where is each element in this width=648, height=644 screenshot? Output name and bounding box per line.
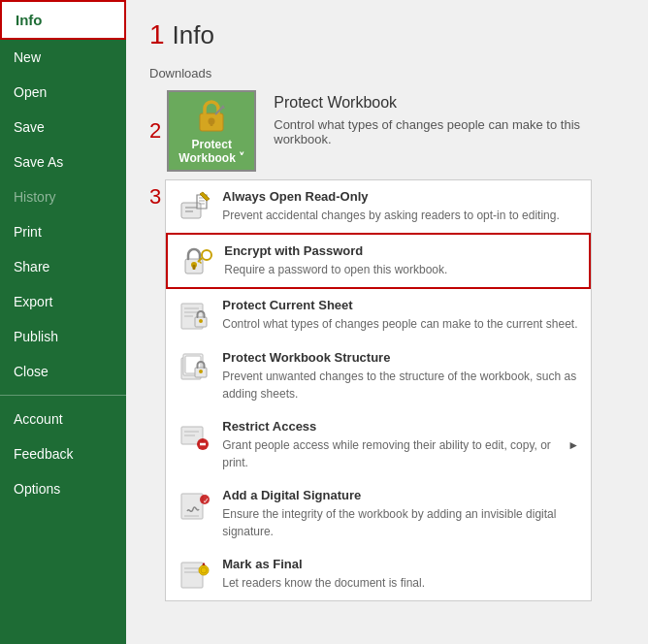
sidebar-item-feedback[interactable]: Feedback — [0, 436, 126, 471]
pencil-shield-icon — [178, 189, 212, 224]
sidebar-item-close[interactable]: Close — [0, 354, 126, 389]
protect-desc-text: Control what types of changes people can… — [274, 117, 584, 146]
restrict-icon — [178, 419, 212, 454]
menu-item-always-open-read-only-desc: Prevent accidental changes by asking rea… — [222, 209, 560, 222]
sidebar-item-account[interactable]: Account — [0, 402, 126, 436]
menu-item-encrypt-with-password-text: Encrypt with Password Require a password… — [224, 243, 577, 277]
sidebar-item-options[interactable]: Options — [0, 471, 126, 506]
main-content: 1 Info Downloads 2 ProtectWorkbook ˅ — [126, 0, 648, 644]
sheet-lock-icon — [178, 298, 212, 333]
menu-item-encrypt-with-password-desc: Require a password to open this workbook… — [224, 263, 447, 276]
svg-rect-2 — [211, 121, 213, 126]
sidebar-item-history: History — [0, 179, 126, 214]
dropdown-wrapper: 3 Always Open Read-Only — [149, 176, 625, 601]
menu-item-always-open-read-only[interactable]: Always Open Read-Only Prevent accidental… — [166, 180, 591, 233]
menu-item-protect-workbook-structure[interactable]: Protect Workbook Structure Prevent unwan… — [166, 341, 591, 410]
sidebar-item-new[interactable]: New — [0, 40, 126, 75]
menu-item-add-digital-signature-desc: Ensure the integrity of the workbook by … — [222, 507, 556, 538]
section-label: Downloads — [149, 66, 625, 80]
menu-item-protect-current-sheet[interactable]: Protect Current Sheet Control what types… — [166, 289, 591, 341]
menu-item-restrict-access-desc: Grant people access while removing their… — [222, 438, 551, 469]
ribbon-icon — [178, 557, 212, 592]
sidebar-divider — [0, 395, 126, 396]
svg-text:✓: ✓ — [203, 497, 210, 505]
svg-point-20 — [199, 319, 203, 323]
sidebar-item-share[interactable]: Share — [0, 249, 126, 284]
protect-title: Protect Workbook — [274, 94, 584, 112]
menu-item-restrict-access-text: Restrict Access Grant people access whil… — [222, 419, 567, 470]
sidebar-item-open[interactable]: Open — [0, 75, 126, 110]
menu-item-add-digital-signature-text: Add a Digital Signature Ensure the integ… — [222, 488, 579, 539]
menu-item-protect-current-sheet-title: Protect Current Sheet — [222, 298, 579, 312]
sidebar: Info New Open Save Save As History Print… — [0, 0, 126, 644]
sidebar-item-save[interactable]: Save — [0, 110, 126, 145]
menu-item-protect-workbook-structure-desc: Prevent unwanted changes to the structur… — [222, 370, 576, 401]
svg-rect-11 — [193, 265, 196, 270]
page-title: Info — [173, 20, 214, 50]
protect-dropdown-menu: Always Open Read-Only Prevent accidental… — [165, 179, 592, 601]
menu-item-restrict-access[interactable]: Restrict Access Grant people access whil… — [166, 410, 591, 479]
menu-item-protect-workbook-structure-title: Protect Workbook Structure — [222, 350, 579, 365]
menu-item-protect-current-sheet-desc: Control what types of changes people can… — [222, 317, 577, 331]
page-title-area: 1 Info — [149, 19, 625, 50]
sidebar-item-publish[interactable]: Publish — [0, 319, 126, 354]
menu-item-always-open-read-only-title: Always Open Read-Only — [222, 189, 579, 204]
svg-point-25 — [199, 370, 203, 373]
signature-icon: ✓ — [178, 488, 212, 523]
menu-item-restrict-access-title: Restrict Access — [222, 419, 567, 434]
menu-item-mark-as-final-title: Mark as Final — [222, 557, 579, 571]
lock-icon — [194, 97, 229, 134]
svg-rect-5 — [181, 203, 201, 218]
protect-btn-label: ProtectWorkbook ˅ — [178, 138, 244, 166]
sidebar-item-info[interactable]: Info — [0, 0, 126, 40]
menu-item-mark-as-final[interactable]: Mark as Final Let readers know the docum… — [166, 548, 591, 600]
menu-item-mark-as-final-desc: Let readers know the document is final. — [222, 576, 425, 590]
protect-area: 2 ProtectWorkbook ˅ Protect Workbook Con… — [149, 90, 625, 172]
svg-rect-35 — [181, 563, 203, 588]
step2-number: 2 — [149, 118, 161, 144]
sidebar-item-export[interactable]: Export — [0, 284, 126, 319]
menu-item-mark-as-final-text: Mark as Final Let readers know the docum… — [222, 557, 579, 591]
menu-item-protect-workbook-structure-text: Protect Workbook Structure Prevent unwan… — [222, 350, 579, 402]
restrict-access-arrow-icon: ► — [567, 438, 579, 452]
step3-number: 3 — [149, 176, 161, 209]
menu-item-add-digital-signature[interactable]: ✓ Add a Digital Signature Ensure the int… — [166, 479, 591, 548]
menu-item-always-open-read-only-text: Always Open Read-Only Prevent accidental… — [222, 189, 579, 223]
protect-workbook-button[interactable]: ProtectWorkbook ˅ — [167, 90, 256, 172]
menu-item-add-digital-signature-title: Add a Digital Signature — [222, 488, 579, 502]
menu-item-encrypt-with-password-title: Encrypt with Password — [224, 243, 577, 258]
svg-point-12 — [202, 250, 211, 260]
step1-number: 1 — [149, 19, 165, 50]
menu-item-protect-current-sheet-text: Protect Current Sheet Control what types… — [222, 298, 579, 332]
menu-item-encrypt-with-password[interactable]: Encrypt with Password Require a password… — [166, 233, 591, 289]
svg-rect-31 — [181, 494, 203, 519]
protect-description: Protect Workbook Control what types of c… — [274, 90, 584, 146]
sidebar-item-save-as[interactable]: Save As — [0, 145, 126, 179]
workbook-lock-icon — [178, 350, 212, 385]
lock-key-icon — [179, 243, 214, 278]
sidebar-item-print[interactable]: Print — [0, 214, 126, 249]
